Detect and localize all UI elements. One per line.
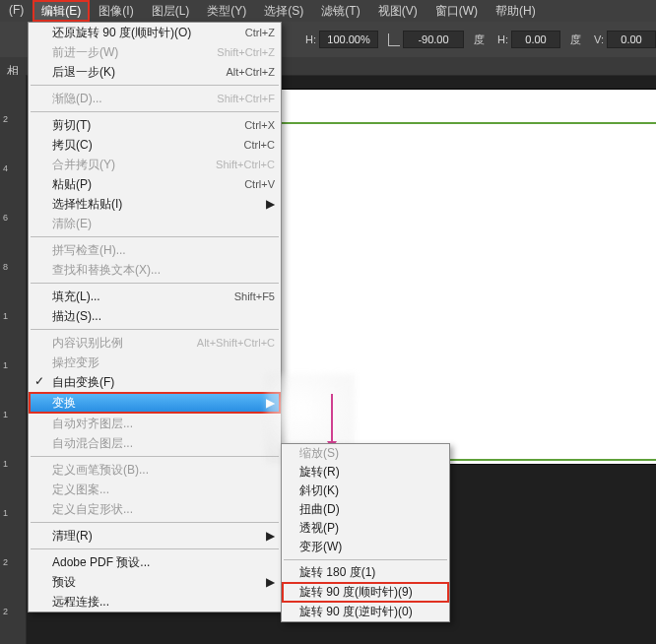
submenu-item[interactable]: 变形(W) <box>282 538 449 556</box>
chevron-right-icon: ▶ <box>265 575 275 589</box>
menu-item-label: 缩放(S) <box>299 445 443 462</box>
menu-item: 自动混合图层... <box>29 433 281 453</box>
menu-item-label: 旋转 90 度(逆时针)(0) <box>299 604 443 620</box>
menubar: (F) 编辑(E) 图像(I) 图层(L) 类型(Y) 选择(S) 滤镜(T) … <box>0 0 656 23</box>
menu-item-label: 填充(L)... <box>52 289 225 305</box>
ruler-tick: 4 <box>0 163 29 173</box>
menu-item[interactable]: 清理(R)▶ <box>29 526 281 546</box>
options-h2-label: H: <box>488 33 511 45</box>
menu-item: 自动对齐图层... <box>29 414 281 433</box>
chevron-right-icon: ▶ <box>265 197 275 211</box>
ruler-tick: 2 <box>0 114 29 124</box>
menu-item-label: 定义画笔预设(B)... <box>52 462 275 479</box>
menu-item: 定义图案... <box>29 480 281 499</box>
submenu-item[interactable]: 旋转 90 度(逆时针)(0) <box>282 603 449 621</box>
menu-item-label: 操控变形 <box>52 354 275 371</box>
menu-item-shortcut: Ctrl+Z <box>235 27 275 38</box>
menubar-item-type[interactable]: 类型(Y) <box>198 0 255 22</box>
menu-item: 定义自定形状... <box>29 499 281 519</box>
submenu-item[interactable]: 透视(P) <box>282 519 449 538</box>
menu-item-label: 拼写检查(H)... <box>52 242 275 259</box>
menu-item: 前进一步(W)Shift+Ctrl+Z <box>29 42 281 62</box>
menu-item[interactable]: 变换▶ <box>29 392 281 414</box>
menubar-item-image[interactable]: 图像(I) <box>90 0 142 22</box>
menu-separator <box>31 111 279 112</box>
menu-item-label: 远程连接... <box>52 594 275 611</box>
menu-item-label: 前进一步(W) <box>52 44 207 61</box>
menu-item-label: 自由变换(F) <box>52 374 275 391</box>
menu-item-label: 变形(W) <box>299 539 443 555</box>
submenu-item[interactable]: 扭曲(D) <box>282 500 449 519</box>
menubar-item-help[interactable]: 帮助(H) <box>487 0 545 22</box>
menu-item-label: 清除(E) <box>52 216 275 232</box>
menu-separator <box>31 283 279 284</box>
menu-separator <box>31 548 279 549</box>
menu-item-label: 剪切(T) <box>52 117 234 134</box>
chevron-right-icon: ▶ <box>265 529 275 543</box>
submenu-item[interactable]: 旋转(R) <box>282 463 449 482</box>
menu-separator <box>31 329 279 330</box>
menu-item-label: 内容识别比例 <box>52 335 187 352</box>
options-h-input[interactable] <box>319 31 378 48</box>
options-angle-input[interactable] <box>403 31 464 48</box>
menu-item-shortcut: Ctrl+C <box>234 139 275 151</box>
transform-submenu: 缩放(S)旋转(R)斜切(K)扭曲(D)透视(P)变形(W)旋转 180 度(1… <box>281 443 450 622</box>
menu-separator <box>284 559 447 560</box>
menubar-item-view[interactable]: 视图(V) <box>369 0 426 22</box>
edit-menu: 还原旋转 90 度(顺时针)(O)Ctrl+Z前进一步(W)Shift+Ctrl… <box>28 22 282 612</box>
menubar-item-layer[interactable]: 图层(L) <box>143 0 199 22</box>
menubar-item-window[interactable]: 窗口(W) <box>426 0 487 22</box>
menu-item: 查找和替换文本(X)... <box>29 260 281 280</box>
ruler-tick: 2 <box>0 607 29 616</box>
menu-item-label: 自动混合图层... <box>52 435 275 452</box>
menu-item-shortcut: Shift+F5 <box>225 290 275 302</box>
menu-item[interactable]: 选择性粘贴(I)▶ <box>29 194 281 214</box>
options-h-label: H: <box>295 33 319 45</box>
menu-item-label: 清理(R) <box>52 528 265 545</box>
menu-item-label: 旋转 90 度(顺时针)(9) <box>299 584 441 601</box>
menu-item[interactable]: 剪切(T)Ctrl+X <box>29 115 281 135</box>
menu-item-label: 旋转(R) <box>299 464 443 481</box>
menu-separator <box>31 522 279 523</box>
submenu-item[interactable]: 斜切(K) <box>282 482 449 500</box>
submenu-item: 缩放(S) <box>282 444 449 463</box>
ruler-tick: 1 <box>0 360 29 370</box>
menu-item[interactable]: 粘贴(P)Ctrl+V <box>29 174 281 194</box>
submenu-item[interactable]: 旋转 90 度(顺时针)(9) <box>282 582 449 603</box>
menu-item[interactable]: 填充(L)...Shift+F5 <box>29 287 281 306</box>
ruler-tick: 2 <box>0 557 29 567</box>
menu-item: 清除(E) <box>29 214 281 233</box>
ruler-vertical: 2 4 6 8 1 1 1 1 1 2 2 <box>0 75 26 644</box>
menubar-item-select[interactable]: 选择(S) <box>255 0 312 22</box>
menu-item[interactable]: 描边(S)... <box>29 306 281 326</box>
menu-item[interactable]: Adobe PDF 预设... <box>29 552 281 572</box>
menu-item-label: 选择性粘贴(I) <box>52 196 265 213</box>
menu-item: 定义画笔预设(B)... <box>29 460 281 480</box>
chevron-right-icon: ▶ <box>265 396 275 410</box>
options-v-label: V: <box>584 33 607 45</box>
canvas-object[interactable] <box>274 122 656 461</box>
menu-item-label: 粘贴(P) <box>52 176 234 193</box>
menu-item[interactable]: 拷贝(C)Ctrl+C <box>29 135 281 155</box>
menu-item-shortcut: Shift+Ctrl+F <box>207 93 275 104</box>
submenu-item[interactable]: 旋转 180 度(1) <box>282 563 449 582</box>
menubar-item-edit[interactable]: 编辑(E) <box>33 0 90 22</box>
menu-separator <box>31 456 279 457</box>
ruler-tick: 1 <box>0 311 29 321</box>
menu-item[interactable]: 后退一步(K)Alt+Ctrl+Z <box>29 62 281 82</box>
ruler-tick: 8 <box>0 262 29 272</box>
menu-item[interactable]: 自由变换(F) <box>29 372 281 392</box>
menu-item[interactable]: 远程连接... <box>29 592 281 612</box>
options-v-input[interactable] <box>607 31 656 48</box>
menu-item[interactable]: 预设▶ <box>29 572 281 592</box>
menu-item[interactable]: 还原旋转 90 度(顺时针)(O)Ctrl+Z <box>29 23 281 42</box>
menu-separator <box>31 85 279 86</box>
menu-item-label: 变换 <box>52 395 265 412</box>
ruler-tick: 6 <box>0 213 29 223</box>
menubar-item-filter[interactable]: 滤镜(T) <box>312 0 368 22</box>
options-h2-input[interactable] <box>511 31 560 48</box>
menubar-item-file[interactable]: (F) <box>0 0 33 22</box>
menu-item-label: 透视(P) <box>299 520 443 537</box>
menu-item-label: 后退一步(K) <box>52 64 216 81</box>
options-deg2: 度 <box>560 32 584 47</box>
